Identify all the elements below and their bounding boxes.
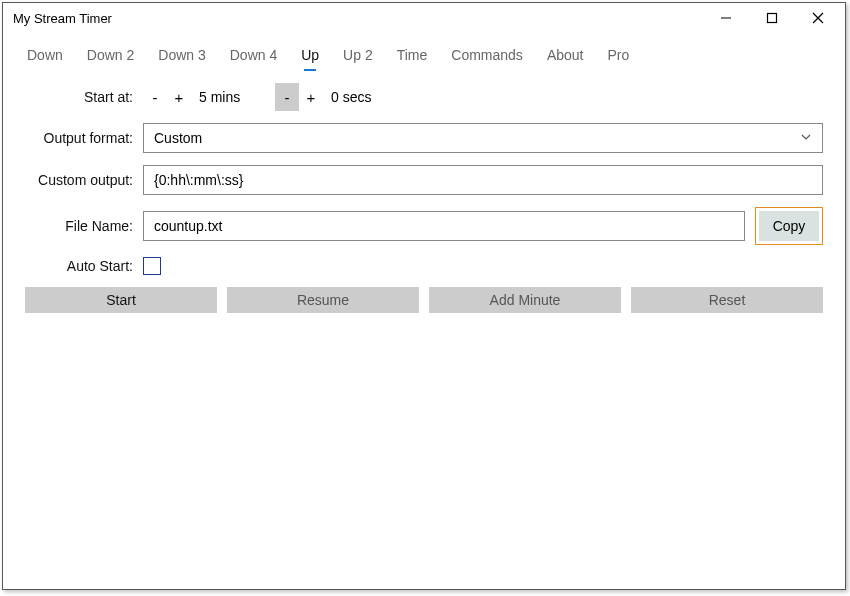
tab-commands[interactable]: Commands [439, 39, 535, 73]
window-title: My Stream Timer [13, 11, 703, 26]
custom-output-input[interactable] [143, 165, 823, 195]
output-format-select[interactable]: Custom [143, 123, 823, 153]
maximize-button[interactable] [749, 3, 795, 33]
auto-start-label: Auto Start: [25, 258, 143, 274]
chevron-down-icon [800, 130, 812, 146]
start-button[interactable]: Start [25, 287, 217, 313]
output-format-value: Custom [154, 130, 202, 146]
file-name-input[interactable] [143, 211, 745, 241]
resume-button[interactable]: Resume [227, 287, 419, 313]
start-at-row: Start at: - + 5 mins - + 0 secs [25, 83, 823, 111]
tab-content: Start at: - + 5 mins - + 0 secs Output f… [3, 73, 845, 323]
copy-highlight: Copy [755, 207, 823, 245]
app-window: My Stream Timer Down Down 2 Down 3 Down … [2, 2, 846, 590]
tab-down-4[interactable]: Down 4 [218, 39, 289, 73]
tab-up[interactable]: Up [289, 39, 331, 73]
mins-plus-button[interactable]: + [167, 83, 191, 111]
reset-button[interactable]: Reset [631, 287, 823, 313]
svg-rect-1 [768, 14, 777, 23]
file-name-label: File Name: [25, 218, 143, 234]
tab-down[interactable]: Down [15, 39, 75, 73]
minimize-button[interactable] [703, 3, 749, 33]
tab-up-2[interactable]: Up 2 [331, 39, 385, 73]
custom-output-label: Custom output: [25, 172, 143, 188]
copy-button[interactable]: Copy [759, 211, 819, 241]
tab-down-2[interactable]: Down 2 [75, 39, 146, 73]
close-button[interactable] [795, 3, 841, 33]
secs-plus-button[interactable]: + [299, 83, 323, 111]
file-name-row: File Name: Copy [25, 207, 823, 245]
auto-start-row: Auto Start: [25, 257, 823, 275]
secs-value: 0 secs [323, 89, 393, 105]
output-format-label: Output format: [25, 130, 143, 146]
custom-output-row: Custom output: [25, 165, 823, 195]
tab-time[interactable]: Time [385, 39, 440, 73]
titlebar: My Stream Timer [3, 3, 845, 33]
tab-down-3[interactable]: Down 3 [146, 39, 217, 73]
add-minute-button[interactable]: Add Minute [429, 287, 621, 313]
mins-minus-button[interactable]: - [143, 83, 167, 111]
secs-minus-button[interactable]: - [275, 83, 299, 111]
start-at-label: Start at: [25, 89, 143, 105]
output-format-row: Output format: Custom [25, 123, 823, 153]
auto-start-checkbox[interactable] [143, 257, 161, 275]
action-row: Start Resume Add Minute Reset [25, 287, 823, 313]
mins-value: 5 mins [191, 89, 261, 105]
tab-pro[interactable]: Pro [595, 39, 641, 73]
tab-about[interactable]: About [535, 39, 596, 73]
tab-bar: Down Down 2 Down 3 Down 4 Up Up 2 Time C… [3, 33, 845, 73]
